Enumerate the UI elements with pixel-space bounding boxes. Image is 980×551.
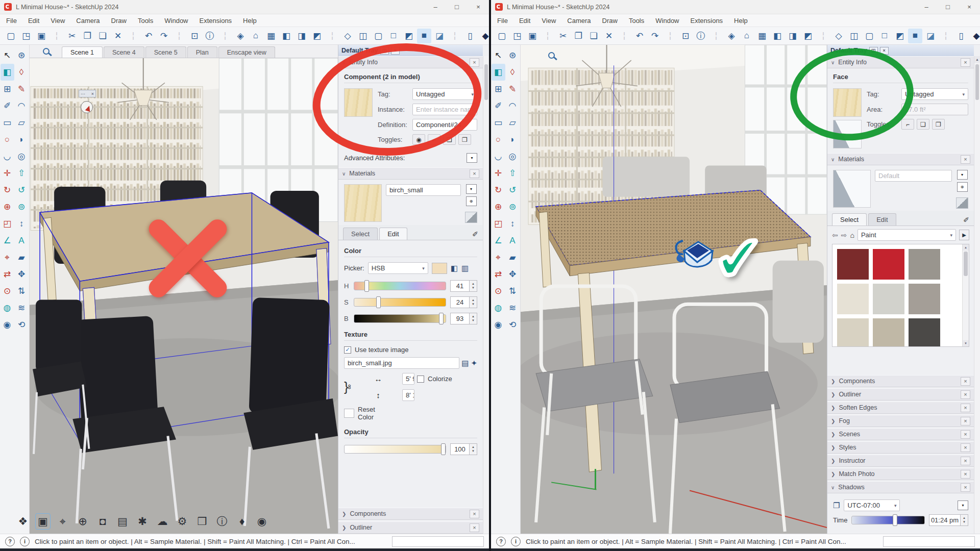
palette-tool-button[interactable]: ⌖ — [1, 249, 14, 266]
palette-tool-button[interactable]: ⊚ — [15, 198, 29, 215]
palette-tool-button[interactable]: ↻ — [1, 182, 14, 198]
scene-tab[interactable]: Enscape view — [218, 46, 275, 58]
entity-toggle-button[interactable]: ❐ — [932, 119, 945, 130]
toolbar-button[interactable]: ▣ — [525, 29, 540, 43]
palette-tool-button[interactable]: ✛ — [1, 165, 14, 182]
menu-item[interactable]: Tools — [138, 17, 153, 24]
color-slider[interactable] — [354, 314, 446, 323]
palette-tool-button[interactable]: ↕ — [15, 215, 29, 232]
menu-item[interactable]: Help — [734, 17, 748, 24]
title-bar[interactable]: L Minimal House~* - SketchUp 2024 – □ × — [491, 0, 980, 14]
toolbar-button[interactable]: □ — [386, 29, 401, 43]
menu-item[interactable]: Extensions — [200, 17, 232, 24]
menu-item[interactable]: View — [51, 17, 65, 24]
entity-toggle-button[interactable]: ◉ — [412, 134, 425, 145]
enscape-button[interactable]: ⚙ — [175, 513, 190, 530]
material-swatch[interactable] — [837, 318, 869, 347]
close-icon[interactable]: × — [470, 510, 479, 518]
palette-tool-button[interactable]: ▭ — [492, 114, 505, 131]
toolbar-button[interactable]: ◳ — [19, 29, 33, 43]
material-swatch[interactable] — [909, 249, 940, 280]
use-texture-checkbox[interactable]: ✓ — [344, 346, 351, 354]
palette-tool-button[interactable]: ↖ — [492, 47, 505, 64]
toolbar-button[interactable]: ◩ — [801, 29, 815, 43]
toolbar-button[interactable]: ⊡ — [678, 29, 693, 43]
collapsed-panel-header[interactable]: ❯ Instructor × — [827, 455, 974, 467]
toolbar-button[interactable]: ¦ — [126, 29, 140, 43]
toolbar-button[interactable]: ◇ — [340, 29, 355, 43]
spinner-arrows[interactable]: ▲▼ — [961, 514, 968, 526]
palette-tool-button[interactable]: ⇄ — [1, 266, 14, 283]
close-icon[interactable]: × — [961, 443, 970, 452]
viewport-3d[interactable]: ⋯ × — [30, 58, 338, 534]
palette-tool-button[interactable]: ↺ — [15, 182, 29, 198]
collapsed-panel-header[interactable]: ❯ Soften Edges × — [827, 402, 974, 414]
home-icon[interactable]: ⌂ — [850, 231, 854, 239]
toolbar-button[interactable]: ¦ — [448, 29, 462, 43]
toolbar-button[interactable]: ▯ — [954, 29, 968, 43]
shadow-details-button[interactable]: ▾ — [958, 500, 968, 510]
toolbar-button[interactable]: ¦ — [50, 29, 64, 43]
entity-toggle-button[interactable]: ⌐ — [428, 134, 440, 145]
material-swatch[interactable] — [873, 284, 904, 314]
texture-width-input[interactable]: 5' 9 13/16" — [402, 373, 414, 385]
menu-item[interactable]: Tools — [629, 17, 644, 24]
enscape-button[interactable]: ✱ — [135, 513, 150, 530]
toolbar-button[interactable]: ✂ — [65, 29, 79, 43]
toolbar-button[interactable]: ↷ — [157, 29, 171, 43]
toolbar-button[interactable]: ◨ — [786, 29, 800, 43]
menu-item[interactable]: Camera — [76, 17, 100, 24]
palette-tool-button[interactable]: ∠ — [492, 232, 505, 249]
close-button[interactable]: × — [468, 0, 489, 14]
palette-tool-button[interactable]: ○ — [492, 131, 505, 148]
swatch-scrollbar[interactable]: ▲ ▼ — [962, 244, 969, 346]
materials-tab[interactable]: Select — [343, 228, 378, 240]
tag-dropdown[interactable]: Untagged ▾ — [901, 88, 968, 100]
toolbar-button[interactable]: ¦ — [663, 29, 677, 43]
colorize-checkbox[interactable] — [417, 375, 424, 383]
palette-tool-button[interactable]: ✐ — [1, 97, 14, 114]
toolbar-button[interactable]: ✕ — [602, 29, 616, 43]
menu-item[interactable]: Extensions — [691, 17, 723, 24]
toolbar-button[interactable]: ✂ — [556, 29, 570, 43]
definition-input[interactable]: Component#24 — [412, 119, 477, 131]
close-icon[interactable]: × — [961, 430, 970, 439]
opacity-value[interactable]: 100 — [450, 443, 470, 455]
menu-item[interactable]: Edit — [519, 17, 530, 24]
advanced-attributes-toggle-button[interactable]: ▾ — [467, 153, 477, 163]
palette-tool-button[interactable]: ⇅ — [506, 283, 520, 299]
close-icon[interactable]: × — [961, 417, 970, 425]
slider-thumb[interactable] — [364, 280, 369, 292]
palette-tool-button[interactable]: ⊚ — [506, 198, 520, 215]
help-icon[interactable]: i — [20, 537, 30, 546]
slider-thumb[interactable] — [893, 514, 897, 526]
toolbar-button[interactable]: ◧ — [770, 29, 785, 43]
match-color-model-icon[interactable]: ◧ — [451, 264, 458, 273]
palette-tool-button[interactable]: ◠ — [15, 97, 29, 114]
forward-arrow-icon[interactable]: ⇨ — [841, 231, 847, 239]
close-icon[interactable]: × — [470, 58, 479, 67]
material-name-input[interactable]: birch_small — [386, 184, 461, 196]
material-details-button[interactable]: ▾ — [957, 170, 968, 180]
palette-tool-button[interactable]: ✛ — [492, 165, 505, 182]
scene-tab[interactable]: Scene 1 — [62, 46, 103, 58]
enscape-button[interactable]: ☁ — [155, 513, 170, 530]
reset-color-swatch[interactable] — [344, 409, 354, 418]
palette-tool-button[interactable]: ◗ — [506, 131, 520, 148]
close-icon[interactable]: × — [470, 523, 479, 532]
menu-item[interactable]: Help — [243, 17, 257, 24]
toolbar-button[interactable]: ⌂ — [740, 29, 754, 43]
scene-tab[interactable]: Plan — [187, 46, 217, 58]
materials-tab[interactable]: Edit — [868, 213, 896, 226]
toolbar-button[interactable]: ▯ — [463, 29, 477, 43]
spinner-arrows[interactable]: ▲▼ — [470, 280, 477, 292]
toolbar-button[interactable]: ◳ — [510, 29, 524, 43]
entity-info-header[interactable]: ∨ Entity Info × — [827, 56, 974, 68]
toggle-shadows-icon[interactable]: ❐ — [833, 501, 840, 510]
search-icon[interactable] — [43, 48, 50, 55]
palette-tool-button[interactable]: ◰ — [492, 215, 505, 232]
toolbar-button[interactable]: ◆ — [478, 29, 489, 43]
collapsed-panel-header[interactable]: ❯ Outliner × — [338, 521, 483, 534]
toolbar-button[interactable]: ¦ — [325, 29, 339, 43]
material-swatch[interactable] — [909, 318, 940, 347]
